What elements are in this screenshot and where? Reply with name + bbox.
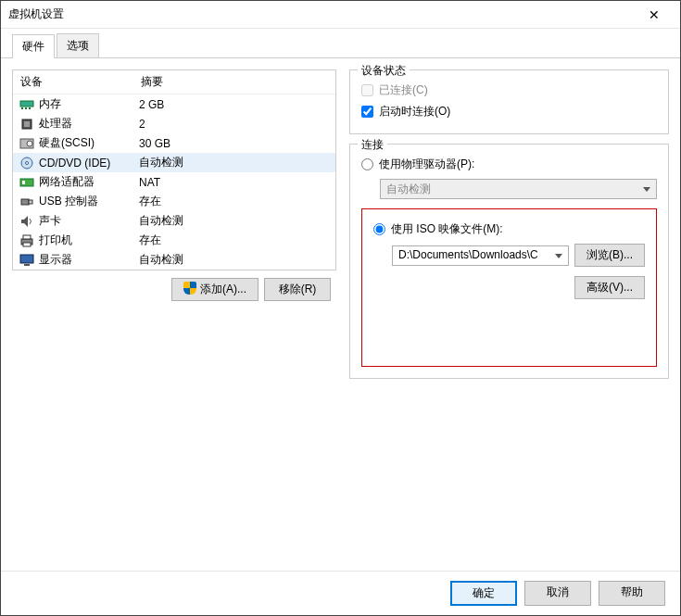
use-iso-row[interactable]: 使用 ISO 映像文件(M):	[373, 219, 645, 240]
connection-group: 连接 使用物理驱动器(P): 自动检测 使用 ISO 映像文件(M): D:\D…	[349, 144, 669, 379]
browse-button[interactable]: 浏览(B)...	[574, 244, 645, 267]
close-icon[interactable]: ✕	[636, 7, 673, 22]
svg-point-9	[26, 161, 29, 164]
net-icon	[19, 175, 35, 190]
device-summary: 2	[139, 118, 330, 131]
device-name: 硬盘(SCSI)	[39, 135, 139, 151]
svg-marker-14	[21, 216, 28, 227]
iso-controls: D:\Documents\Downloads\C 浏览(B)...	[392, 244, 645, 267]
svg-rect-1	[21, 107, 23, 109]
hardware-row[interactable]: 内存2 GB	[13, 94, 335, 114]
hardware-row[interactable]: CD/DVD (IDE)自动检测	[13, 153, 335, 172]
svg-rect-0	[20, 101, 33, 107]
use-physical-row[interactable]: 使用物理驱动器(P):	[361, 154, 657, 175]
col-device: 设备	[20, 74, 141, 90]
cpu-icon	[19, 117, 35, 132]
tab-options[interactable]: 选项	[57, 33, 99, 57]
device-summary: 存在	[139, 194, 330, 209]
hardware-row[interactable]: 硬盘(SCSI)30 GB	[13, 133, 335, 153]
display-icon	[19, 253, 35, 268]
physical-drive-combo-wrap: 自动检测	[380, 179, 657, 199]
hardware-list-panel: 设备 摘要 内存2 GB处理器2硬盘(SCSI)30 GBCD/DVD (IDE…	[12, 69, 336, 270]
connected-checkbox	[361, 84, 373, 96]
cancel-button[interactable]: 取消	[524, 581, 591, 606]
connected-label: 已连接(C)	[379, 82, 428, 98]
advanced-wrap: 高级(V)...	[373, 276, 645, 299]
footer: 确定 取消 帮助	[1, 571, 680, 615]
right-panel: 设备状态 已连接(C) 启动时连接(O) 连接 使用物理驱动器(P): 自动检测	[349, 69, 669, 566]
hardware-rows: 内存2 GB处理器2硬盘(SCSI)30 GBCD/DVD (IDE)自动检测网…	[13, 94, 335, 270]
hardware-list-header: 设备 摘要	[13, 70, 335, 94]
svg-rect-2	[25, 107, 27, 109]
svg-rect-19	[24, 264, 30, 266]
device-summary: 自动检测	[139, 155, 330, 170]
titlebar: 虚拟机设置 ✕	[1, 1, 680, 29]
shield-icon	[183, 282, 196, 295]
iso-path-combo[interactable]: D:\Documents\Downloads\C	[392, 245, 569, 266]
device-status-group: 设备状态 已连接(C) 启动时连接(O)	[349, 69, 669, 134]
device-summary: 存在	[139, 233, 330, 248]
device-name: 打印机	[39, 233, 139, 248]
tabs: 硬件 选项	[1, 29, 680, 58]
hardware-row[interactable]: 网络适配器NAT	[13, 172, 335, 192]
device-name: 网络适配器	[39, 174, 139, 190]
svg-rect-12	[21, 199, 29, 205]
hardware-row[interactable]: 声卡自动检测	[13, 211, 335, 231]
device-name: 显示器	[39, 252, 139, 268]
tab-hardware[interactable]: 硬件	[12, 34, 55, 58]
hardware-row[interactable]: 显示器自动检测	[13, 250, 335, 270]
use-physical-radio[interactable]	[361, 158, 373, 170]
window-title: 虚拟机设置	[8, 6, 636, 22]
device-summary: 自动检测	[139, 252, 330, 268]
connect-on-start-row[interactable]: 启动时连接(O)	[361, 101, 657, 122]
usb-icon	[19, 195, 35, 209]
use-iso-radio[interactable]	[373, 223, 385, 235]
connect-on-start-checkbox[interactable]	[361, 106, 373, 118]
body: 设备 摘要 内存2 GB处理器2硬盘(SCSI)30 GBCD/DVD (IDE…	[1, 58, 680, 577]
connected-row: 已连接(C)	[361, 80, 657, 101]
iso-highlight-area: 使用 ISO 映像文件(M): D:\Documents\Downloads\C…	[361, 208, 657, 367]
physical-drive-combo: 自动检测	[380, 179, 657, 199]
device-summary: 自动检测	[139, 213, 330, 229]
hardware-row[interactable]: 处理器2	[13, 114, 335, 133]
device-status-title: 设备状态	[358, 63, 410, 79]
advanced-button[interactable]: 高级(V)...	[574, 276, 645, 299]
svg-rect-3	[29, 107, 31, 109]
cd-icon	[19, 156, 35, 170]
col-summary: 摘要	[141, 74, 328, 90]
device-name: 内存	[39, 96, 139, 112]
svg-rect-16	[23, 235, 31, 239]
svg-rect-5	[24, 121, 30, 127]
memory-icon	[19, 97, 35, 112]
svg-point-7	[27, 141, 32, 146]
device-summary: 2 GB	[139, 98, 330, 111]
sound-icon	[19, 214, 35, 229]
connection-group-title: 连接	[358, 137, 387, 153]
printer-icon	[19, 233, 35, 248]
device-name: 处理器	[39, 116, 139, 132]
hardware-buttons: 添加(A)... 移除(R)	[12, 270, 336, 305]
device-name: 声卡	[39, 213, 139, 229]
svg-rect-13	[29, 200, 32, 204]
remove-button[interactable]: 移除(R)	[264, 278, 331, 301]
add-button[interactable]: 添加(A)...	[171, 278, 259, 301]
svg-rect-18	[20, 255, 33, 263]
device-summary: NAT	[139, 176, 330, 189]
connect-on-start-label: 启动时连接(O)	[379, 104, 450, 119]
device-name: USB 控制器	[39, 194, 139, 209]
svg-rect-17	[23, 243, 31, 246]
ok-button[interactable]: 确定	[450, 581, 517, 606]
hardware-row[interactable]: 打印机存在	[13, 231, 335, 250]
help-button[interactable]: 帮助	[599, 581, 665, 606]
hardware-row[interactable]: USB 控制器存在	[13, 192, 335, 211]
device-summary: 30 GB	[139, 137, 330, 150]
disk-icon	[19, 136, 35, 151]
use-iso-label: 使用 ISO 映像文件(M):	[391, 221, 503, 237]
device-name: CD/DVD (IDE)	[39, 157, 139, 170]
svg-rect-11	[22, 181, 25, 184]
use-physical-label: 使用物理驱动器(P):	[379, 157, 474, 172]
